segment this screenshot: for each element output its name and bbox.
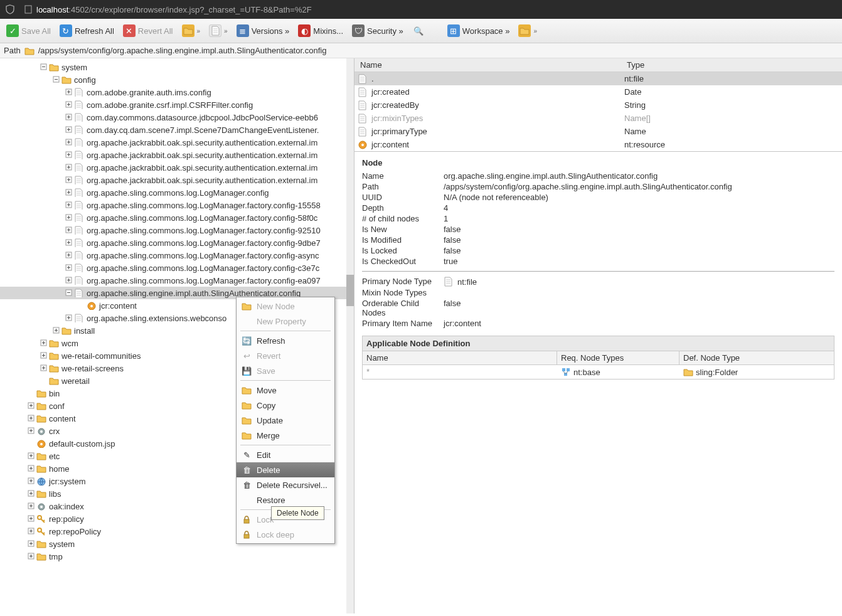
- ctx-new-node[interactable]: New Node: [237, 299, 334, 314]
- tree-node[interactable]: com.day.cq.dam.scene7.impl.Scene7DamChan…: [0, 124, 354, 136]
- tree-node[interactable]: com.adobe.granite.csrf.impl.CSRFFilter.c…: [0, 98, 354, 111]
- folder-menu-button[interactable]: »: [178, 23, 205, 39]
- expand-icon[interactable]: [65, 314, 73, 322]
- value[interactable]: nt:file: [444, 277, 834, 287]
- ctx-restore[interactable]: Restore: [237, 492, 334, 507]
- expand-icon[interactable]: [28, 553, 35, 560]
- ctx-refresh[interactable]: 🔄Refresh: [237, 333, 334, 348]
- tree-node[interactable]: org.apache.sling.commons.log.LogManager.…: [0, 186, 354, 199]
- expand-icon[interactable]: [40, 352, 48, 359]
- tree-node[interactable]: org.apache.sling.commons.log.LogManager.…: [0, 236, 354, 249]
- expand-icon[interactable]: [65, 277, 73, 284]
- prop-row[interactable]: jcr:createdDate: [354, 85, 842, 98]
- expand-icon[interactable]: [53, 327, 60, 334]
- expand-icon[interactable]: [28, 452, 35, 460]
- expand-icon[interactable]: [65, 226, 73, 234]
- ctx-revert[interactable]: ↩Revert: [237, 348, 334, 363]
- tree-node[interactable]: org.apache.sling.commons.log.LogManager.…: [0, 249, 354, 262]
- expand-icon[interactable]: [28, 477, 35, 485]
- prop-row[interactable]: jcr:createdByString: [354, 98, 842, 112]
- expand-icon[interactable]: [65, 239, 73, 247]
- scrollbar[interactable]: [346, 58, 354, 613]
- folders-button[interactable]: »: [514, 23, 541, 39]
- ctx-lock-deep[interactable]: Lock deep: [237, 527, 334, 542]
- expand-icon[interactable]: [65, 264, 73, 272]
- collapse-icon[interactable]: [40, 63, 48, 71]
- tree-node[interactable]: org.apache.jackrabbit.oak.spi.security.a…: [0, 174, 354, 186]
- scrollbar-thumb[interactable]: [346, 275, 354, 306]
- revert-all-button[interactable]: ✕Revert All: [119, 23, 177, 39]
- ctx-copy[interactable]: Copy: [237, 398, 334, 413]
- save-all-button[interactable]: ✓Save All: [3, 23, 55, 39]
- tree-node[interactable]: org.apache.sling.commons.log.LogManager.…: [0, 199, 354, 211]
- security-button[interactable]: 🛡Security »: [348, 23, 407, 39]
- ctx-save[interactable]: 💾Save: [237, 363, 334, 378]
- expand-icon[interactable]: [65, 252, 73, 259]
- prop-row[interactable]: jcr:contentnt:resource: [354, 138, 842, 151]
- expand-icon[interactable]: [40, 364, 48, 372]
- ctx-delete-recursive[interactable]: 🗑Delete Recursivel...: [237, 477, 334, 492]
- table-row[interactable]: * nt:base sling:Folder: [363, 365, 834, 379]
- collapse-icon[interactable]: [53, 76, 60, 83]
- ctx-new-property[interactable]: New Property: [237, 314, 334, 329]
- file-menu-button[interactable]: »: [205, 23, 232, 39]
- ctx-delete[interactable]: 🗑Delete: [237, 462, 334, 477]
- expand-icon[interactable]: [28, 515, 35, 523]
- collapse-icon[interactable]: [65, 289, 73, 297]
- expand-icon[interactable]: [28, 528, 35, 535]
- expand-icon[interactable]: [65, 164, 73, 171]
- tree-node[interactable]: system: [0, 61, 354, 73]
- tree-label: content: [48, 414, 76, 423]
- file-icon: [74, 113, 84, 122]
- expand-icon[interactable]: [28, 540, 35, 548]
- expand-icon[interactable]: [28, 465, 35, 472]
- expand-icon[interactable]: [28, 415, 35, 422]
- expand-icon[interactable]: [65, 201, 73, 209]
- ctx-update[interactable]: Update: [237, 413, 334, 428]
- expand-icon[interactable]: [65, 176, 73, 184]
- prop-row[interactable]: .nt:file: [354, 72, 842, 85]
- expand-icon[interactable]: [65, 126, 73, 134]
- col-name[interactable]: Name: [358, 60, 624, 70]
- tree-node[interactable]: org.apache.sling.commons.log.LogManager.…: [0, 274, 354, 287]
- tree-node[interactable]: org.apache.sling.commons.log.LogManager.…: [0, 262, 354, 274]
- expand-icon[interactable]: [65, 214, 73, 221]
- tree-node[interactable]: org.apache.jackrabbit.oak.spi.security.a…: [0, 136, 354, 149]
- tree-node[interactable]: com.day.commons.datasource.jdbcpool.Jdbc…: [0, 111, 354, 124]
- search-button[interactable]: 🔍: [408, 23, 429, 39]
- expand-icon[interactable]: [65, 88, 73, 96]
- tree-node[interactable]: org.apache.sling.commons.log.LogManager.…: [0, 211, 354, 224]
- expand-icon[interactable]: [65, 139, 73, 146]
- expand-icon[interactable]: [65, 114, 73, 121]
- expand-icon[interactable]: [28, 402, 35, 410]
- ctx-edit[interactable]: ✎Edit: [237, 447, 334, 462]
- label: Depth: [362, 203, 444, 213]
- tree-node[interactable]: org.apache.sling.commons.log.LogManager.…: [0, 224, 354, 236]
- prop-row[interactable]: jcr:mixinTypesName[]: [354, 112, 842, 125]
- refresh-all-button[interactable]: ↻Refresh All: [56, 23, 118, 39]
- tree-node[interactable]: com.adobe.granite.auth.ims.config: [0, 86, 354, 98]
- workspace-button[interactable]: ⊞Workspace »: [444, 23, 514, 39]
- expand-icon[interactable]: [28, 502, 35, 510]
- tree-node[interactable]: config: [0, 73, 354, 86]
- expand-icon[interactable]: [65, 151, 73, 159]
- tree-node[interactable]: org.apache.jackrabbit.oak.spi.security.a…: [0, 149, 354, 161]
- prop-row[interactable]: jcr:primaryTypeName: [354, 125, 842, 138]
- label: Is Locked: [362, 246, 444, 255]
- url-text[interactable]: localhost:4502/crx/explorer/browser/inde…: [36, 5, 312, 14]
- expand-icon[interactable]: [28, 427, 35, 435]
- tree-node[interactable]: tmp: [0, 550, 354, 563]
- tree-node[interactable]: org.apache.jackrabbit.oak.spi.security.a…: [0, 161, 354, 174]
- col-type[interactable]: Type: [624, 60, 842, 70]
- table-title: Applicable Node Definition: [363, 336, 834, 351]
- ctx-merge[interactable]: Merge: [237, 428, 334, 443]
- tree-label: com.day.cq.dam.scene7.impl.Scene7DamChan…: [85, 125, 319, 135]
- expand-icon[interactable]: [28, 490, 35, 497]
- ctx-move[interactable]: Move: [237, 383, 334, 398]
- folder-icon: [49, 63, 59, 72]
- expand-icon[interactable]: [65, 101, 73, 109]
- versions-button[interactable]: ≣Versions »: [233, 23, 294, 39]
- mixins-button[interactable]: ◐Mixins...: [294, 23, 347, 39]
- expand-icon[interactable]: [40, 339, 48, 347]
- expand-icon[interactable]: [65, 189, 73, 196]
